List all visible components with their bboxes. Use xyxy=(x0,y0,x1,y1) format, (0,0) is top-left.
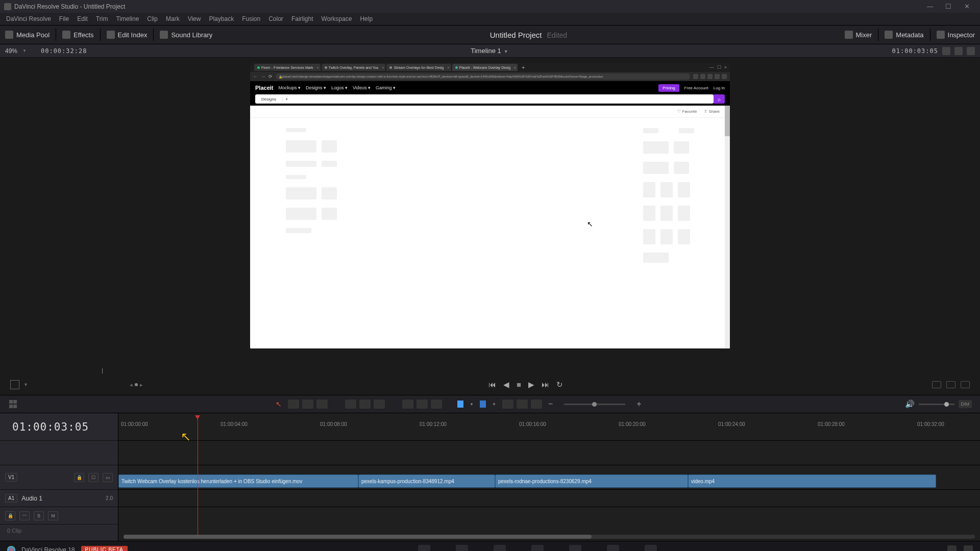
timeline-tracks[interactable]: 01:00:00:00 01:00:04:00 01:00:08:00 01:0… xyxy=(118,413,980,541)
maximize-button[interactable]: ☐ xyxy=(939,3,958,10)
crop-tool-icon[interactable] xyxy=(10,380,19,389)
viewer-layout-icon[interactable] xyxy=(954,47,963,55)
auto-select-icon[interactable]: ☐ xyxy=(88,473,99,482)
timeline-scrollbar[interactable] xyxy=(124,535,975,539)
volume-slider[interactable] xyxy=(919,404,954,405)
deliver-page-icon[interactable] xyxy=(645,545,657,552)
menu-view[interactable]: View xyxy=(184,13,205,25)
audio-track-1[interactable] xyxy=(118,490,980,507)
curve-icon[interactable]: 〰 xyxy=(19,511,30,520)
lock-track-icon[interactable]: 🔒 xyxy=(74,473,84,482)
flag-icon[interactable] xyxy=(457,400,463,408)
video-clip[interactable]: pexels-rodnae-productions-8230629.mp4 xyxy=(495,474,688,488)
menu-edit[interactable]: Edit xyxy=(73,13,92,25)
bypass-icon[interactable] xyxy=(942,47,950,55)
effects-toggle[interactable]: Effects xyxy=(57,26,99,44)
close-button[interactable]: ✕ xyxy=(958,3,976,10)
stop-button[interactable]: ■ xyxy=(517,380,521,389)
play-button[interactable]: ▶ xyxy=(528,380,534,389)
edit-page-icon[interactable] xyxy=(494,545,506,552)
metadata-toggle[interactable]: Metadata xyxy=(879,26,928,44)
color-page-icon[interactable] xyxy=(569,545,581,552)
menu-playback[interactable]: Playback xyxy=(205,13,238,25)
dynamic-trim-icon[interactable] xyxy=(302,399,313,409)
menu-trim[interactable]: Trim xyxy=(92,13,112,25)
transport-controls: ▼ ◂▸ ⏮ ◀ ■ ▶ ⏭ ↻ xyxy=(0,374,980,395)
menu-mark[interactable]: Mark xyxy=(162,13,184,25)
video-clip[interactable]: Twitch Webcam Overlay kostenlos herunter… xyxy=(118,474,358,488)
replace-icon[interactable] xyxy=(374,399,385,409)
solo-button[interactable]: S xyxy=(34,511,44,520)
blade-tool-icon[interactable] xyxy=(316,399,328,409)
home-icon[interactable] xyxy=(947,545,957,552)
viewer-zoom[interactable]: 49% xyxy=(5,47,17,55)
sound-library-toggle[interactable]: Sound Library xyxy=(155,26,217,44)
search-icon[interactable] xyxy=(517,399,528,409)
browser-tab-active: Placeit - Webcam Overlay Desig× xyxy=(452,64,518,71)
mixer-toggle[interactable]: Mixer xyxy=(840,26,877,44)
selection-tool-icon[interactable]: ↖ xyxy=(276,400,282,408)
zoom-out-icon[interactable]: − xyxy=(548,399,553,409)
speaker-icon[interactable]: 🔊 xyxy=(905,399,915,409)
timeline-name-dropdown[interactable]: Timeline 1▼ xyxy=(87,47,892,55)
chevron-down-icon[interactable]: ▼ xyxy=(23,382,28,387)
edit-toolbar: ↖ ▼ ▼ − + 🔊 DIM xyxy=(0,395,980,413)
video-track-header[interactable]: V1 🔒 ☐ ▭ xyxy=(0,465,118,490)
zoom-icon[interactable] xyxy=(531,399,542,409)
timeline-view-icon[interactable] xyxy=(8,399,18,409)
menu-fairlight[interactable]: Fairlight xyxy=(287,13,317,25)
video-clip[interactable]: pexels-kampus-production-8348912.mp4 xyxy=(358,474,495,488)
v1-badge[interactable]: V1 xyxy=(5,473,17,482)
reverse-play-button[interactable]: ◀ xyxy=(503,380,509,389)
viewer-scrub-bar[interactable] xyxy=(0,367,980,374)
video-track-1[interactable]: Twitch Webcam Overlay kostenlos herunter… xyxy=(118,465,980,490)
menu-fusion[interactable]: Fusion xyxy=(238,13,264,25)
a1-badge[interactable]: A1 xyxy=(5,494,17,503)
enable-track-icon[interactable]: ▭ xyxy=(103,473,113,482)
audio-track-header[interactable]: A1 Audio 1 2.0 xyxy=(0,490,118,507)
inspector-toggle[interactable]: Inspector xyxy=(932,26,980,44)
marker-icon[interactable] xyxy=(480,400,486,408)
link-icon[interactable] xyxy=(416,399,428,409)
insert-icon[interactable] xyxy=(345,399,356,409)
out-icon[interactable] xyxy=(961,381,970,388)
snap-icon[interactable] xyxy=(402,399,413,409)
timeline-ruler[interactable]: 01:00:00:00 01:00:04:00 01:00:08:00 01:0… xyxy=(118,413,980,441)
match-frame-icon[interactable] xyxy=(932,381,941,388)
in-out-icon[interactable] xyxy=(946,381,955,388)
overwrite-icon[interactable] xyxy=(359,399,371,409)
menu-color[interactable]: Color xyxy=(264,13,287,25)
mute-button[interactable]: M xyxy=(48,511,58,520)
first-frame-button[interactable]: ⏮ xyxy=(488,380,496,389)
zoom-slider[interactable] xyxy=(564,404,625,405)
menu-davinci[interactable]: DaVinci Resolve xyxy=(2,13,55,25)
media-pool-toggle[interactable]: Media Pool xyxy=(0,26,55,44)
video-clip[interactable]: video.mp4 xyxy=(688,474,936,488)
trim-tool-icon[interactable] xyxy=(288,399,299,409)
options-icon[interactable] xyxy=(967,47,975,55)
timeline-timecode[interactable]: 01:00:03:05 xyxy=(0,413,118,441)
menu-clip[interactable]: Clip xyxy=(143,13,162,25)
lock-icon[interactable] xyxy=(431,399,442,409)
lock-audio-icon[interactable]: 🔒 xyxy=(5,511,15,520)
fusion-page-icon[interactable] xyxy=(531,545,544,552)
edit-index-toggle[interactable]: Edit Index xyxy=(102,26,153,44)
menu-timeline[interactable]: Timeline xyxy=(112,13,143,25)
dim-button[interactable]: DIM xyxy=(959,400,972,408)
chevron-down-icon[interactable]: ▼ xyxy=(22,48,27,53)
prev-edit-icon[interactable]: ◂ xyxy=(130,382,133,388)
menu-file[interactable]: File xyxy=(55,13,73,25)
fairlight-page-icon[interactable] xyxy=(607,545,619,552)
loop-button[interactable]: ↻ xyxy=(556,380,563,389)
cut-page-icon[interactable] xyxy=(456,545,468,552)
project-settings-icon[interactable] xyxy=(964,545,973,552)
minimize-button[interactable]: — xyxy=(921,3,939,10)
menu-help[interactable]: Help xyxy=(356,13,377,25)
range-icon[interactable] xyxy=(502,399,513,409)
media-page-icon[interactable] xyxy=(418,545,430,552)
preview-frame[interactable]: Fiverr - Freelance Services Mark× Twitch… xyxy=(250,63,730,348)
menu-workspace[interactable]: Workspace xyxy=(317,13,356,25)
playhead[interactable] xyxy=(198,415,198,538)
last-frame-button[interactable]: ⏭ xyxy=(542,380,549,389)
zoom-in-icon[interactable]: + xyxy=(636,399,641,409)
